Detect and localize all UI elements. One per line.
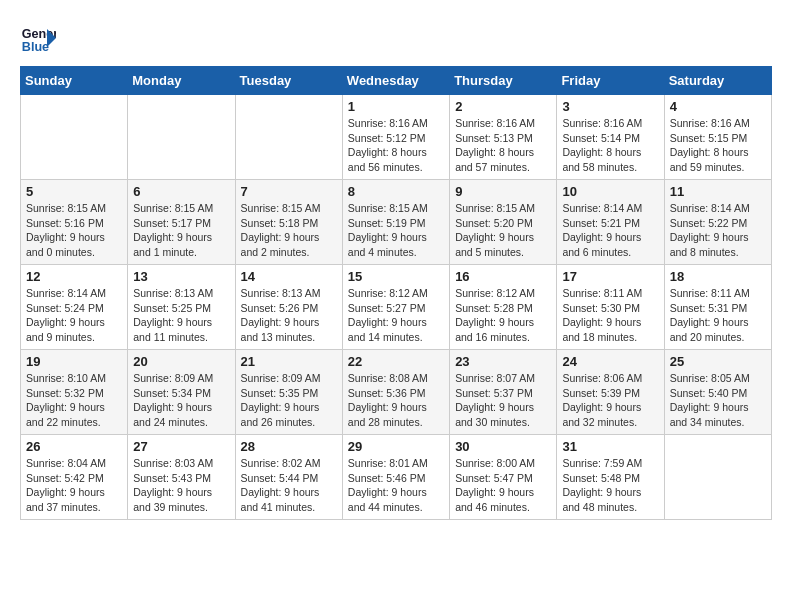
cell-daylight-info: Sunrise: 8:12 AM Sunset: 5:28 PM Dayligh…	[455, 286, 551, 345]
calendar-cell: 25Sunrise: 8:05 AM Sunset: 5:40 PM Dayli…	[664, 350, 771, 435]
cell-daylight-info: Sunrise: 8:16 AM Sunset: 5:12 PM Dayligh…	[348, 116, 444, 175]
cell-daylight-info: Sunrise: 8:04 AM Sunset: 5:42 PM Dayligh…	[26, 456, 122, 515]
cell-daylight-info: Sunrise: 8:16 AM Sunset: 5:13 PM Dayligh…	[455, 116, 551, 175]
calendar-cell: 31Sunrise: 7:59 AM Sunset: 5:48 PM Dayli…	[557, 435, 664, 520]
calendar-cell: 4Sunrise: 8:16 AM Sunset: 5:15 PM Daylig…	[664, 95, 771, 180]
calendar-cell: 28Sunrise: 8:02 AM Sunset: 5:44 PM Dayli…	[235, 435, 342, 520]
calendar-cell	[664, 435, 771, 520]
cell-daylight-info: Sunrise: 8:14 AM Sunset: 5:22 PM Dayligh…	[670, 201, 766, 260]
calendar-cell: 10Sunrise: 8:14 AM Sunset: 5:21 PM Dayli…	[557, 180, 664, 265]
logo-icon: General Blue	[20, 20, 56, 56]
cell-daylight-info: Sunrise: 8:15 AM Sunset: 5:17 PM Dayligh…	[133, 201, 229, 260]
day-number: 17	[562, 269, 658, 284]
day-number: 3	[562, 99, 658, 114]
calendar-cell: 5Sunrise: 8:15 AM Sunset: 5:16 PM Daylig…	[21, 180, 128, 265]
cell-daylight-info: Sunrise: 8:16 AM Sunset: 5:15 PM Dayligh…	[670, 116, 766, 175]
day-number: 18	[670, 269, 766, 284]
cell-daylight-info: Sunrise: 8:09 AM Sunset: 5:34 PM Dayligh…	[133, 371, 229, 430]
calendar-cell: 20Sunrise: 8:09 AM Sunset: 5:34 PM Dayli…	[128, 350, 235, 435]
day-number: 9	[455, 184, 551, 199]
weekday-tuesday: Tuesday	[235, 67, 342, 95]
calendar-body: 1Sunrise: 8:16 AM Sunset: 5:12 PM Daylig…	[21, 95, 772, 520]
cell-daylight-info: Sunrise: 8:15 AM Sunset: 5:18 PM Dayligh…	[241, 201, 337, 260]
cell-daylight-info: Sunrise: 8:11 AM Sunset: 5:30 PM Dayligh…	[562, 286, 658, 345]
cell-daylight-info: Sunrise: 8:03 AM Sunset: 5:43 PM Dayligh…	[133, 456, 229, 515]
cell-daylight-info: Sunrise: 8:15 AM Sunset: 5:16 PM Dayligh…	[26, 201, 122, 260]
day-number: 7	[241, 184, 337, 199]
cell-daylight-info: Sunrise: 8:13 AM Sunset: 5:25 PM Dayligh…	[133, 286, 229, 345]
cell-daylight-info: Sunrise: 8:06 AM Sunset: 5:39 PM Dayligh…	[562, 371, 658, 430]
calendar-cell: 27Sunrise: 8:03 AM Sunset: 5:43 PM Dayli…	[128, 435, 235, 520]
cell-daylight-info: Sunrise: 8:00 AM Sunset: 5:47 PM Dayligh…	[455, 456, 551, 515]
calendar-cell: 24Sunrise: 8:06 AM Sunset: 5:39 PM Dayli…	[557, 350, 664, 435]
weekday-monday: Monday	[128, 67, 235, 95]
day-number: 15	[348, 269, 444, 284]
calendar-cell: 29Sunrise: 8:01 AM Sunset: 5:46 PM Dayli…	[342, 435, 449, 520]
day-number: 5	[26, 184, 122, 199]
calendar-cell: 16Sunrise: 8:12 AM Sunset: 5:28 PM Dayli…	[450, 265, 557, 350]
day-number: 26	[26, 439, 122, 454]
logo: General Blue	[20, 20, 56, 56]
calendar-cell: 18Sunrise: 8:11 AM Sunset: 5:31 PM Dayli…	[664, 265, 771, 350]
calendar-cell: 30Sunrise: 8:00 AM Sunset: 5:47 PM Dayli…	[450, 435, 557, 520]
calendar-week-2: 5Sunrise: 8:15 AM Sunset: 5:16 PM Daylig…	[21, 180, 772, 265]
day-number: 10	[562, 184, 658, 199]
cell-daylight-info: Sunrise: 8:15 AM Sunset: 5:19 PM Dayligh…	[348, 201, 444, 260]
cell-daylight-info: Sunrise: 8:15 AM Sunset: 5:20 PM Dayligh…	[455, 201, 551, 260]
weekday-thursday: Thursday	[450, 67, 557, 95]
calendar-cell: 12Sunrise: 8:14 AM Sunset: 5:24 PM Dayli…	[21, 265, 128, 350]
cell-daylight-info: Sunrise: 8:01 AM Sunset: 5:46 PM Dayligh…	[348, 456, 444, 515]
page-header: General Blue	[20, 20, 772, 56]
calendar-cell	[21, 95, 128, 180]
day-number: 28	[241, 439, 337, 454]
day-number: 24	[562, 354, 658, 369]
calendar-cell: 9Sunrise: 8:15 AM Sunset: 5:20 PM Daylig…	[450, 180, 557, 265]
cell-daylight-info: Sunrise: 8:07 AM Sunset: 5:37 PM Dayligh…	[455, 371, 551, 430]
day-number: 4	[670, 99, 766, 114]
calendar-cell: 23Sunrise: 8:07 AM Sunset: 5:37 PM Dayli…	[450, 350, 557, 435]
svg-text:Blue: Blue	[22, 40, 49, 54]
calendar-cell: 17Sunrise: 8:11 AM Sunset: 5:30 PM Dayli…	[557, 265, 664, 350]
day-number: 1	[348, 99, 444, 114]
day-number: 30	[455, 439, 551, 454]
day-number: 12	[26, 269, 122, 284]
calendar-cell: 1Sunrise: 8:16 AM Sunset: 5:12 PM Daylig…	[342, 95, 449, 180]
weekday-wednesday: Wednesday	[342, 67, 449, 95]
weekday-friday: Friday	[557, 67, 664, 95]
cell-daylight-info: Sunrise: 8:14 AM Sunset: 5:21 PM Dayligh…	[562, 201, 658, 260]
calendar-cell: 26Sunrise: 8:04 AM Sunset: 5:42 PM Dayli…	[21, 435, 128, 520]
cell-daylight-info: Sunrise: 8:02 AM Sunset: 5:44 PM Dayligh…	[241, 456, 337, 515]
calendar-cell: 13Sunrise: 8:13 AM Sunset: 5:25 PM Dayli…	[128, 265, 235, 350]
day-number: 6	[133, 184, 229, 199]
calendar-week-1: 1Sunrise: 8:16 AM Sunset: 5:12 PM Daylig…	[21, 95, 772, 180]
calendar-cell: 22Sunrise: 8:08 AM Sunset: 5:36 PM Dayli…	[342, 350, 449, 435]
day-number: 14	[241, 269, 337, 284]
calendar-cell: 8Sunrise: 8:15 AM Sunset: 5:19 PM Daylig…	[342, 180, 449, 265]
calendar-cell: 2Sunrise: 8:16 AM Sunset: 5:13 PM Daylig…	[450, 95, 557, 180]
day-number: 25	[670, 354, 766, 369]
calendar-cell: 7Sunrise: 8:15 AM Sunset: 5:18 PM Daylig…	[235, 180, 342, 265]
weekday-sunday: Sunday	[21, 67, 128, 95]
calendar-week-3: 12Sunrise: 8:14 AM Sunset: 5:24 PM Dayli…	[21, 265, 772, 350]
calendar-table: SundayMondayTuesdayWednesdayThursdayFrid…	[20, 66, 772, 520]
day-number: 23	[455, 354, 551, 369]
calendar-cell: 21Sunrise: 8:09 AM Sunset: 5:35 PM Dayli…	[235, 350, 342, 435]
weekday-saturday: Saturday	[664, 67, 771, 95]
day-number: 11	[670, 184, 766, 199]
cell-daylight-info: Sunrise: 8:09 AM Sunset: 5:35 PM Dayligh…	[241, 371, 337, 430]
day-number: 22	[348, 354, 444, 369]
calendar-cell: 19Sunrise: 8:10 AM Sunset: 5:32 PM Dayli…	[21, 350, 128, 435]
day-number: 20	[133, 354, 229, 369]
calendar-cell	[128, 95, 235, 180]
day-number: 21	[241, 354, 337, 369]
calendar-cell: 15Sunrise: 8:12 AM Sunset: 5:27 PM Dayli…	[342, 265, 449, 350]
day-number: 29	[348, 439, 444, 454]
day-number: 13	[133, 269, 229, 284]
calendar-cell	[235, 95, 342, 180]
cell-daylight-info: Sunrise: 8:08 AM Sunset: 5:36 PM Dayligh…	[348, 371, 444, 430]
cell-daylight-info: Sunrise: 7:59 AM Sunset: 5:48 PM Dayligh…	[562, 456, 658, 515]
calendar-cell: 6Sunrise: 8:15 AM Sunset: 5:17 PM Daylig…	[128, 180, 235, 265]
cell-daylight-info: Sunrise: 8:13 AM Sunset: 5:26 PM Dayligh…	[241, 286, 337, 345]
day-number: 31	[562, 439, 658, 454]
calendar-week-5: 26Sunrise: 8:04 AM Sunset: 5:42 PM Dayli…	[21, 435, 772, 520]
